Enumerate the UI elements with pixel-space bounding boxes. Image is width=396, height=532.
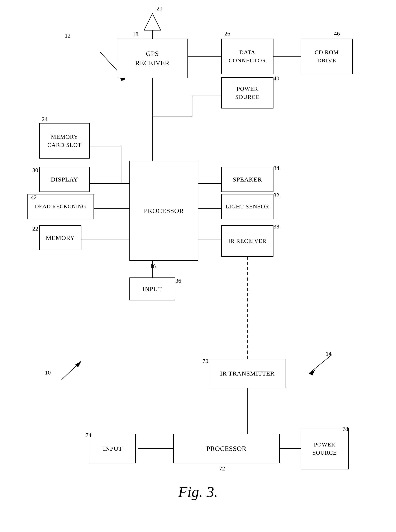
ref-70: 70 — [203, 358, 208, 365]
ref-34: 34 — [274, 165, 279, 172]
ref-36: 36 — [175, 277, 181, 284]
memory-card-slot-label: MEMORY CARD SLOT — [47, 133, 82, 149]
ref-12: 12 — [65, 32, 70, 39]
processor-main-label: PROCESSOR — [144, 207, 184, 215]
ref-72: 72 — [219, 465, 225, 472]
processor-sub-box: PROCESSOR — [173, 434, 280, 463]
cd-rom-drive-box: CD ROM DRIVE — [301, 39, 353, 74]
display-label: DISPLAY — [51, 176, 78, 183]
input-main-label: INPUT — [143, 286, 162, 292]
ir-transmitter-label: IR TRANSMITTER — [220, 370, 275, 377]
power-source-sub-box: POWER SOURCE — [301, 428, 349, 469]
speaker-box: SPEAKER — [221, 167, 274, 192]
ir-transmitter-box: IR TRANSMITTER — [209, 359, 286, 388]
ref-42: 42 — [31, 194, 37, 201]
light-sensor-box: LIGHT SENSOR — [221, 194, 274, 219]
ir-receiver-label: IR RECEIVER — [228, 238, 267, 244]
svg-line-26 — [309, 355, 332, 373]
processor-main-box: PROCESSOR — [129, 161, 198, 261]
ref-16: 16 — [150, 263, 156, 269]
light-sensor-label: LIGHT SENSOR — [226, 203, 269, 210]
ref-18: 18 — [133, 31, 138, 38]
data-connector-label: DATA CONNECTOR — [229, 48, 266, 64]
ref-32: 32 — [274, 192, 279, 199]
ref-10: 10 — [45, 369, 51, 376]
ref-78: 78 — [342, 426, 348, 432]
gps-receiver-label: GPS RECEIVER — [135, 49, 169, 68]
memory-box: MEMORY — [39, 225, 82, 250]
input-sub-label: INPUT — [103, 445, 122, 452]
svg-marker-0 — [144, 14, 161, 30]
ref-22: 22 — [32, 225, 38, 232]
power-source-sub-label: POWER SOURCE — [313, 440, 337, 457]
data-connector-box: DATA CONNECTOR — [221, 39, 274, 74]
ref-38: 38 — [274, 223, 279, 230]
display-box: DISPLAY — [39, 167, 90, 192]
ref-14: 14 — [326, 350, 332, 357]
ref-24: 24 — [42, 116, 48, 122]
speaker-label: SPEAKER — [233, 176, 262, 183]
ref-74: 74 — [86, 432, 91, 439]
svg-line-24 — [62, 361, 82, 380]
dead-reckoning-label: DEAD RECKONING — [35, 203, 86, 210]
ir-receiver-box: IR RECEIVER — [221, 225, 274, 257]
ref-20: 20 — [157, 5, 163, 12]
ref-30: 30 — [32, 167, 38, 174]
figure-caption: Fig. 3. — [178, 483, 218, 501]
gps-receiver-box: GPS RECEIVER — [117, 39, 188, 78]
svg-marker-25 — [75, 361, 82, 367]
ref-46: 46 — [334, 30, 340, 37]
memory-label: MEMORY — [46, 234, 75, 241]
processor-sub-label: PROCESSOR — [206, 445, 246, 452]
ref-26: 26 — [224, 30, 230, 37]
memory-card-slot-box: MEMORY CARD SLOT — [39, 123, 90, 159]
ref-40: 40 — [274, 75, 279, 82]
cd-rom-drive-label: CD ROM DRIVE — [314, 48, 339, 64]
input-sub-box: INPUT — [90, 434, 136, 463]
power-source-top-label: POWER SOURCE — [235, 85, 259, 101]
svg-marker-27 — [309, 370, 315, 376]
dead-reckoning-box: DEAD RECKONING — [27, 194, 94, 219]
power-source-top-box: POWER SOURCE — [221, 77, 274, 109]
input-main-box: INPUT — [129, 277, 175, 300]
